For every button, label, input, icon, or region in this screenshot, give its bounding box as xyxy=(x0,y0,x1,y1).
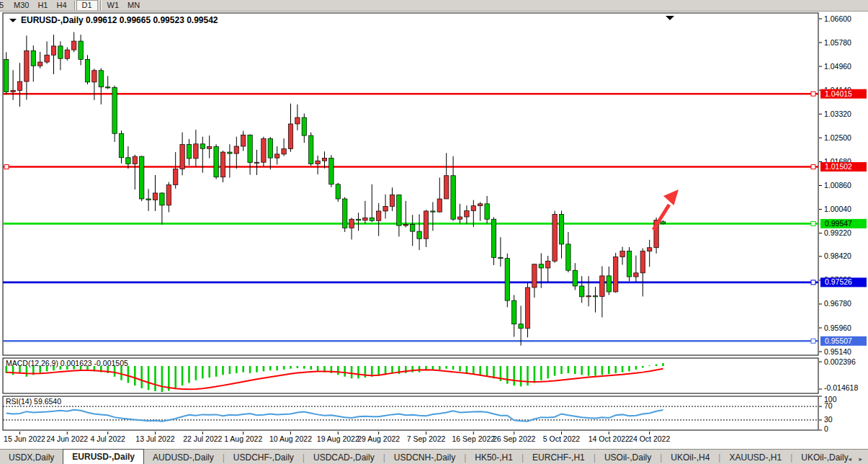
candle-body xyxy=(248,135,252,162)
chart-tab-usdcad-daily[interactable]: USDCAD-,Daily xyxy=(305,450,383,464)
chart-tab-ukoil-daily[interactable]: UKOil-,Daily xyxy=(792,450,856,464)
candle-body xyxy=(491,219,496,257)
date-axis-label: 1 Aug 2022 xyxy=(224,434,262,443)
timeframe-button-m30[interactable]: M30 xyxy=(9,0,34,11)
candle-body xyxy=(614,257,618,292)
candle-body xyxy=(519,324,523,329)
timeframe-button-mn[interactable]: MN xyxy=(122,0,145,11)
chart-tab-ukoil-h4[interactable]: UKOil-,H4 xyxy=(662,450,718,464)
chart-tab-eurchf-h1[interactable]: EURCHF-,H1 xyxy=(524,450,594,464)
rsi-scale-label: 30 xyxy=(824,415,833,424)
candle-body xyxy=(512,300,516,324)
chart-tab-eurusd-daily[interactable]: EURUSD-,Daily xyxy=(63,449,144,464)
chart-tab-usoil-daily[interactable]: USOil-,Daily xyxy=(596,450,660,464)
candle-body xyxy=(532,264,537,287)
chart-tab-xauusd-h1[interactable]: XAUUSD-,H1 xyxy=(720,450,790,464)
candle-body xyxy=(254,162,259,163)
candle-body xyxy=(309,135,313,164)
candle-body xyxy=(640,251,645,273)
candle-body xyxy=(478,204,483,206)
price-axis-label: 1.03320 xyxy=(824,110,851,118)
line-handle[interactable] xyxy=(811,92,815,96)
candle-body xyxy=(336,184,340,199)
candle-body xyxy=(92,71,97,82)
candle-body xyxy=(580,286,584,297)
price-level-badge-text: 1.04015 xyxy=(825,89,852,98)
candle-body xyxy=(471,206,475,211)
candle-body xyxy=(282,149,286,154)
candle-body xyxy=(573,270,577,286)
candle-body xyxy=(349,219,354,228)
price-axis-label: 1.02500 xyxy=(824,133,851,142)
chart-tab-audusd-daily[interactable]: AUDUSD-,Daily xyxy=(144,450,223,464)
candle-body xyxy=(457,217,462,219)
line-handle[interactable] xyxy=(811,221,815,226)
candle-body xyxy=(214,146,218,177)
candle-body xyxy=(593,296,597,297)
candle-body xyxy=(302,117,306,135)
date-axis-label: 5 Oct 2022 xyxy=(543,434,581,443)
timeframe-button-d1[interactable]: D1 xyxy=(76,0,98,11)
candle-body xyxy=(437,199,442,212)
line-handle[interactable] xyxy=(4,165,9,169)
chart-tab-hk50-h1[interactable]: HK50-,H1 xyxy=(466,450,522,464)
candle-body xyxy=(166,185,171,205)
candle-body xyxy=(377,211,381,220)
price-level-badge-text: 1.01502 xyxy=(825,162,852,171)
candle-body xyxy=(275,154,279,158)
candle-body xyxy=(187,145,191,159)
candle-body xyxy=(65,50,69,58)
date-axis-label: 4 Jul 2022 xyxy=(90,434,125,443)
price-axis-label: 1.05780 xyxy=(824,38,851,47)
price-axis-label: 0.98420 xyxy=(824,251,851,260)
tab-scroll-arrows[interactable]: ◂ ▸ xyxy=(848,455,865,463)
macd-label: MACD(12,26,9) 0.001623 -0.001505 xyxy=(6,359,128,367)
chart-tab-usdcnh-daily[interactable]: USDCNH-,Daily xyxy=(385,450,464,464)
line-handle[interactable] xyxy=(811,165,815,169)
chart-tab-usdx-daily[interactable]: USDX,Daily xyxy=(0,450,63,464)
date-axis-label: 22 Jul 2022 xyxy=(183,434,222,443)
toolbar-separator xyxy=(74,1,76,10)
date-axis-label: 14 Oct 2022 xyxy=(589,434,630,443)
timeframe-toolbar: 5M30H1H4D1W1MN xyxy=(0,0,868,12)
price-axis-label: 0.95960 xyxy=(824,324,851,332)
candle-body xyxy=(390,195,394,206)
candle-body xyxy=(634,273,638,277)
candle-body xyxy=(38,62,42,66)
price-axis-label: 1.04960 xyxy=(824,62,851,71)
candle-body xyxy=(322,159,326,161)
candle-body xyxy=(620,251,625,257)
candle-body xyxy=(220,152,225,177)
candle-body xyxy=(24,50,29,81)
price-axis-label: 0.99220 xyxy=(824,228,851,237)
candle-body xyxy=(424,211,428,238)
candle-body xyxy=(234,146,238,153)
line-handle[interactable] xyxy=(811,280,815,285)
candle-body xyxy=(106,87,110,88)
candle-body xyxy=(431,211,435,212)
candle-body xyxy=(451,176,455,219)
candle-body xyxy=(146,199,151,200)
price-axis-label: 1.00860 xyxy=(824,181,851,189)
candle-body xyxy=(498,257,503,258)
price-level-badge-text: 0.97526 xyxy=(825,277,852,286)
candle-body xyxy=(411,224,415,231)
timeframe-button-h1[interactable]: H1 xyxy=(32,0,53,11)
date-axis-label: 13 Jul 2022 xyxy=(135,434,174,443)
timeframe-button-h4[interactable]: H4 xyxy=(51,0,71,11)
date-axis-label: 10 Aug 2022 xyxy=(269,434,312,443)
chart-tab-usdchf-daily[interactable]: USDCHF-,Daily xyxy=(225,450,303,464)
candle-body xyxy=(241,135,246,146)
line-handle[interactable] xyxy=(811,339,815,343)
candle-body xyxy=(600,276,604,297)
date-axis-label: 24 Oct 2022 xyxy=(629,434,670,443)
candle-body xyxy=(525,287,529,329)
candle-body xyxy=(648,248,652,251)
candle-body xyxy=(17,81,22,91)
timeframe-button-w1[interactable]: W1 xyxy=(102,0,125,11)
candle-body xyxy=(546,261,550,268)
candle-body xyxy=(133,156,137,164)
candle-body xyxy=(180,145,184,169)
candle-body xyxy=(329,159,334,184)
candle-body xyxy=(11,91,15,92)
